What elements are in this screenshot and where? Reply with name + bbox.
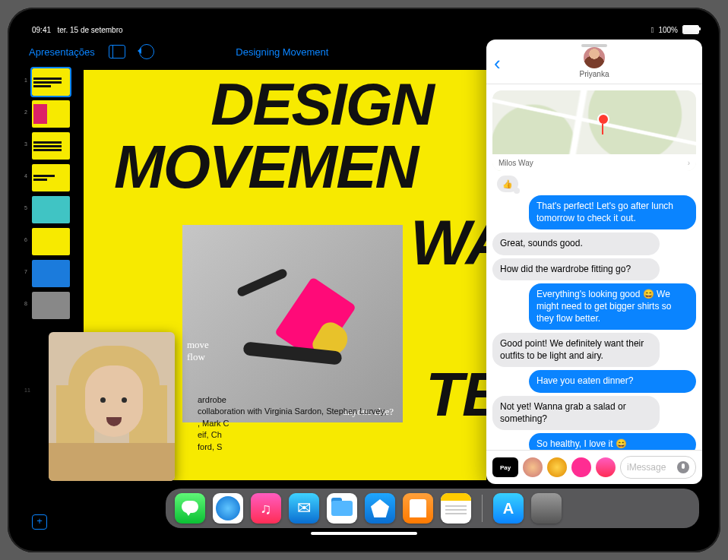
stickers-app[interactable]	[547, 457, 567, 477]
status-bar: 09:41 ter. 15 de setembro 􀙇 100%	[21, 21, 707, 38]
thumb-2[interactable]: 2	[32, 100, 70, 128]
slide-text-3[interactable]: WAR	[410, 214, 486, 272]
contact-avatar[interactable]	[584, 47, 605, 68]
messages-slideover[interactable]: ‹ Priyanka Milos Way › 👍 That's perfect!…	[486, 40, 702, 484]
dock-separator	[482, 495, 483, 522]
messages-header: ‹ Priyanka	[486, 40, 702, 84]
dock-notes[interactable]	[441, 493, 471, 524]
back-button[interactable]: Apresentações	[29, 46, 95, 58]
memoji-app[interactable]	[523, 457, 543, 477]
apple-pay-app[interactable]: Pay	[492, 457, 518, 477]
slide-text-1[interactable]: DESIGN	[210, 78, 433, 131]
dictate-icon[interactable]	[677, 461, 689, 473]
battery-pct: 100%	[658, 26, 678, 34]
contact-name[interactable]: Priyanka	[580, 70, 609, 78]
status-time: 09:41	[32, 26, 51, 34]
slide-image[interactable]: move flow anyone else?	[182, 225, 403, 422]
location-attachment[interactable]: Milos Way ›	[492, 90, 696, 171]
msg-sent[interactable]: Everything's looking good 😄 We might nee…	[529, 283, 696, 330]
dock-mail[interactable]	[289, 493, 319, 524]
undo-icon[interactable]	[139, 44, 154, 59]
thumb-5[interactable]: 5	[32, 196, 70, 223]
dock-appstore[interactable]	[493, 493, 524, 524]
slide-text-2[interactable]: MOVEMEN	[114, 140, 417, 195]
dock-music[interactable]	[251, 493, 281, 524]
slide-credits[interactable]: ardrobe collaboration with Virginia Sard…	[198, 394, 386, 453]
annotation-1[interactable]: move flow	[187, 339, 209, 363]
message-input[interactable]: iMessage	[620, 456, 696, 479]
map-pin-icon	[597, 113, 609, 125]
thumb-3[interactable]: 3	[32, 132, 70, 160]
dock-messages[interactable]	[175, 493, 205, 524]
back-icon[interactable]: ‹	[494, 52, 501, 75]
msg-recv[interactable]: Not yet! Wanna grab a salad or something…	[492, 396, 660, 430]
thumb-6[interactable]: 6	[32, 228, 70, 255]
doc-title: Designing Movement	[168, 46, 397, 58]
map-label: Milos Way	[499, 159, 533, 167]
dock-safari[interactable]	[213, 493, 243, 524]
thumb-7[interactable]: 7	[32, 260, 70, 287]
dock-settings[interactable]	[531, 493, 562, 524]
message-thread[interactable]: Milos Way › 👍 That's perfect! Let's go a…	[486, 84, 702, 450]
facetime-pip[interactable]	[49, 332, 175, 481]
dock-books[interactable]	[403, 493, 433, 524]
music-app[interactable]	[596, 457, 616, 477]
chevron-right-icon: ›	[688, 159, 690, 167]
thumb-1[interactable]: 1	[32, 68, 70, 96]
message-input-bar: Pay iMessage	[486, 450, 702, 484]
status-date: ter. 15 de setembro	[57, 26, 122, 34]
screen: 09:41 ter. 15 de setembro 􀙇 100% Apresen…	[21, 21, 707, 539]
ipad-frame: 09:41 ter. 15 de setembro 􀙇 100% Apresen…	[8, 8, 720, 552]
msg-sent[interactable]: Have you eaten dinner?	[529, 370, 696, 393]
home-indicator[interactable]	[311, 532, 417, 535]
thumb-8[interactable]: 8	[32, 292, 70, 319]
dock[interactable]	[166, 489, 699, 528]
view-mode-icon[interactable]	[109, 45, 125, 59]
msg-sent[interactable]: That's perfect! Let's go after lunch tom…	[529, 195, 696, 229]
msg-recv[interactable]: Great, sounds good.	[492, 233, 660, 255]
thumb-4[interactable]: 4	[32, 164, 70, 191]
msg-recv[interactable]: Good point! We definitely want their out…	[492, 333, 660, 367]
wifi-icon: 􀙇	[651, 26, 654, 34]
digital-touch-app[interactable]	[571, 457, 591, 477]
dock-files[interactable]	[327, 493, 357, 524]
slide-text-5[interactable]: TES	[426, 366, 486, 422]
battery-icon	[682, 25, 699, 34]
add-slide-button[interactable]: +	[32, 514, 47, 530]
dock-keynote[interactable]	[365, 493, 395, 524]
message-placeholder: iMessage	[627, 462, 666, 473]
tapback-like[interactable]: 👍	[497, 176, 518, 192]
msg-recv[interactable]: How did the wardrobe fitting go?	[492, 258, 660, 281]
msg-sent[interactable]: So healthy, I love it 😄	[529, 433, 696, 450]
